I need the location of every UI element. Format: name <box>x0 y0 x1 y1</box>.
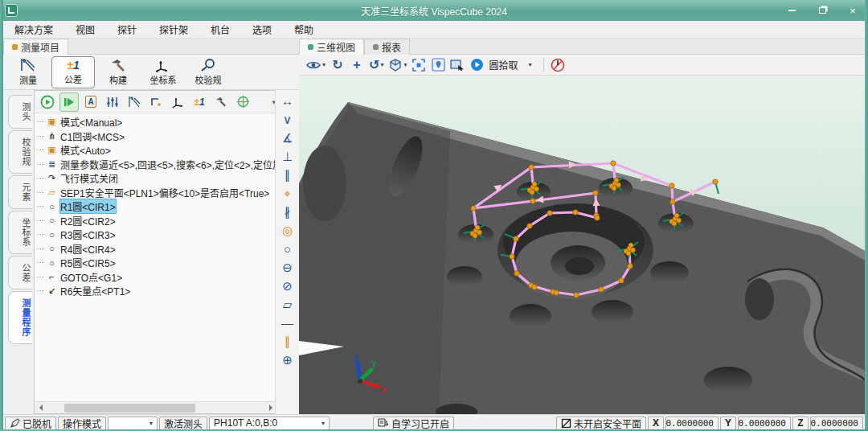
menu-probe-rack[interactable]: 探针架 <box>148 21 199 38</box>
tree-row-recall[interactable]: ⋔C1回调<MCS> <box>35 129 277 144</box>
angle-tolerance-button[interactable]: ∨ <box>278 110 297 129</box>
tab-report[interactable]: 报表 <box>364 39 410 55</box>
coordsys-button[interactable] <box>168 92 187 112</box>
title-bar: 天准三坐标系统 VispecCube 2024 × <box>0 0 868 21</box>
runout-button[interactable]: ⊘ <box>278 277 297 295</box>
tolerance-button[interactable]: ±1 <box>190 92 209 112</box>
menu-bar: 解决方案 视图 探针 探针架 机台 选项 帮助 <box>3 21 865 39</box>
concentricity-button[interactable]: ◎ <box>278 221 297 240</box>
axes-icon <box>171 96 184 109</box>
restore-button[interactable] <box>807 0 837 21</box>
side-tab-coordsys[interactable]: 坐标系 <box>8 211 32 254</box>
menu-options[interactable]: 选项 <box>241 21 283 38</box>
tree-row-circle-r3[interactable]: ○R3圆<CIR3> <box>35 228 277 242</box>
tolerance-icon: ±1 <box>67 59 79 72</box>
menu-help[interactable]: 帮助 <box>283 21 325 38</box>
window-select-icon <box>450 59 465 71</box>
app-logo-icon <box>5 4 18 17</box>
side-tab-tolerance[interactable]: 公差 <box>8 256 32 289</box>
tree-row-mode-manual[interactable]: ▣模式<Manual> <box>35 115 277 129</box>
angularity-button[interactable]: ∦ <box>278 203 297 221</box>
tree-row-circle-r2[interactable]: ○R2圆<CIR2> <box>35 214 277 228</box>
construct-button[interactable] <box>211 92 231 112</box>
compass-disabled-button[interactable] <box>549 56 567 74</box>
true-position-button[interactable]: ⊕ <box>278 351 297 369</box>
measurement-items-icon <box>12 44 18 50</box>
pick-run-button[interactable] <box>468 56 485 74</box>
ribbon-tolerance-button[interactable]: ±1 公差 <box>51 56 95 88</box>
program-tree-panel: A <box>34 90 278 414</box>
probe-target-button[interactable] <box>233 92 252 112</box>
tab-measurement-items[interactable]: 测量项目 <box>3 39 68 55</box>
play-blue-icon <box>470 58 484 72</box>
angle-measure-button[interactable]: ∡ <box>278 129 297 147</box>
symmetry-circle-button[interactable]: ⊖ <box>278 258 297 277</box>
position-button[interactable]: ⌖ <box>278 184 297 203</box>
scroll-left-arrow[interactable] <box>35 402 47 413</box>
zoom-fit-button[interactable] <box>410 56 428 74</box>
perpendicularity-button[interactable]: ⊥ <box>278 147 297 166</box>
side-tab-probe[interactable]: 测头 <box>8 95 32 129</box>
box-select-button[interactable] <box>448 56 466 74</box>
3d-view-icon <box>308 44 313 50</box>
fit-extents-icon <box>411 58 426 72</box>
op-mode-select[interactable]: ▾ <box>108 417 158 430</box>
menu-view[interactable]: 视图 <box>64 21 106 38</box>
report-button[interactable]: A <box>81 92 100 112</box>
circle-icon: ○ <box>46 244 58 253</box>
locate-button[interactable] <box>429 56 447 74</box>
view-orientation-button[interactable]: ▾ <box>387 56 408 74</box>
tree-row-vector-point[interactable]: ↙R6矢量点<PT1> <box>35 284 277 298</box>
close-button[interactable]: × <box>837 0 868 21</box>
axis-y-label: Y <box>371 360 377 369</box>
tree-row-safety-plane[interactable]: ▱SEP1安全平面<PLN1>偏移<10>是否启用<True> <box>35 186 277 200</box>
ribbon-coordsys-button[interactable]: 坐标系 <box>141 56 185 88</box>
straightness-button[interactable]: — <box>278 314 297 332</box>
tree-row-mode-auto[interactable]: ▣模式<Auto> <box>35 143 277 158</box>
menu-machine[interactable]: 机台 <box>199 21 241 38</box>
ribbon-gauge-button[interactable]: 校验规 <box>186 56 230 88</box>
run-program-button[interactable] <box>38 92 57 112</box>
scrollbar-thumb[interactable] <box>64 404 195 413</box>
tree-row-circle-r4[interactable]: ○R4圆<CIR4> <box>35 242 277 257</box>
goto-button[interactable] <box>146 92 166 112</box>
measure-params-button[interactable] <box>103 92 122 112</box>
circle-pick-button[interactable]: 圆拾取 <box>487 56 519 74</box>
tree-row-circle-r5[interactable]: ○R5圆<CIR5> <box>35 256 277 270</box>
restore-icon <box>819 7 826 14</box>
menu-probe[interactable]: 探针 <box>106 21 148 38</box>
measure-button[interactable] <box>125 92 144 112</box>
tree-row-goto-point[interactable]: ⌐GOTO点<G1> <box>35 270 277 285</box>
minimize-button[interactable] <box>776 0 807 21</box>
tree-row-fly-mode[interactable]: ↷飞行模式关闭 <box>35 171 277 186</box>
side-tab-elements[interactable]: 元素 <box>8 175 32 209</box>
pan-view-button[interactable]: + <box>348 56 366 74</box>
program-toolbar: A <box>35 91 277 113</box>
side-tab-gauge[interactable]: 校验规 <box>8 130 32 174</box>
z-coordinate-value: 0.0000000 <box>810 417 863 430</box>
run-step-button[interactable] <box>59 92 79 112</box>
tab-3d-view[interactable]: 三维视图 <box>299 39 364 55</box>
circle-pick-dropdown[interactable]: ▾ <box>521 56 538 74</box>
3d-viewport[interactable]: Z Y X <box>299 76 865 414</box>
symmetry-button[interactable]: ∥ <box>278 332 297 351</box>
active-probe-select[interactable]: PH10T A:0,B:0▾ <box>209 417 330 430</box>
parallelism-button[interactable]: ∥ <box>278 166 297 184</box>
tree-row-circle-r1[interactable]: ○R1圆<CIR1> <box>35 199 277 214</box>
visibility-button[interactable]: ▾ <box>304 56 327 74</box>
y-axis-label: Y <box>720 417 736 430</box>
rotate-view-button[interactable]: ↻ <box>329 56 346 74</box>
tree-row-measure-params[interactable]: ≣测量参数逼近<5>,回退<5>,搜索<6>,定位<2>,定位加<2>,测量 <box>35 158 277 172</box>
ribbon-construct-button[interactable]: 构建 <box>96 56 140 88</box>
compass-off-icon <box>551 58 565 72</box>
ribbon-measure-button[interactable]: 测量 <box>6 56 50 88</box>
y-coordinate-value: 0.0000000 <box>738 417 791 430</box>
distance-tolerance-button[interactable]: ↔ <box>278 92 297 110</box>
orbit-view-button[interactable]: ↺ ▾ <box>367 56 385 74</box>
side-tab-program[interactable]: 测量程序 <box>8 291 32 344</box>
circularity-button[interactable]: ○ <box>278 240 297 258</box>
menu-solution[interactable]: 解决方案 <box>3 21 64 38</box>
flatness-button[interactable]: ▱ <box>278 295 297 314</box>
circle-icon: ○ <box>46 202 58 211</box>
tree-horizontal-scrollbar[interactable] <box>35 401 277 413</box>
